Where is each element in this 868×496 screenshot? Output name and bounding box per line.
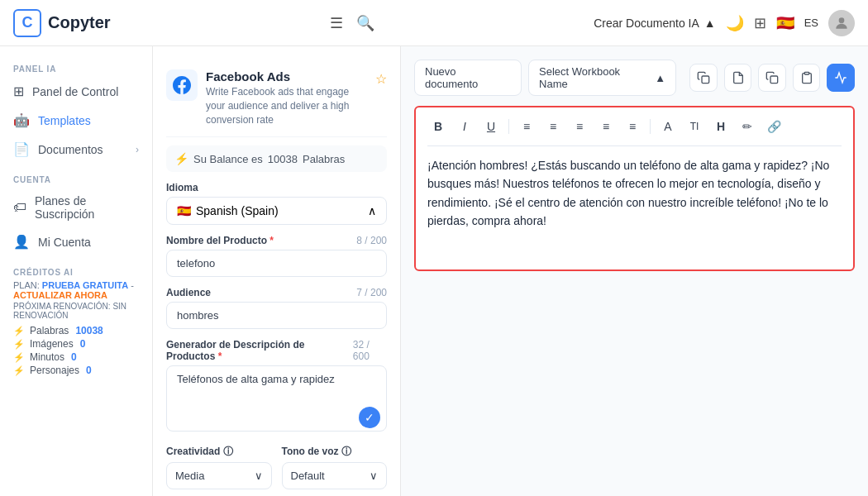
sidebar: PANEL IA ⊞ Panel de Control 🤖 Templates … bbox=[0, 46, 153, 496]
sidebar-item-panel-control[interactable]: ⊞ Panel de Control bbox=[0, 77, 152, 106]
account-icon: 👤 bbox=[13, 234, 30, 250]
workbook-button[interactable]: Select Workbook Name ▲ bbox=[528, 60, 676, 96]
logo: C Copyter bbox=[13, 9, 111, 37]
format-align-center[interactable]: ≡ bbox=[542, 116, 564, 137]
template-icon: 🤖 bbox=[13, 112, 30, 128]
personajes-value: 0 bbox=[86, 365, 92, 376]
format-text-style[interactable]: TI bbox=[684, 116, 705, 137]
form-generador: Generador de Descripción de Productos * … bbox=[166, 339, 387, 435]
credit-palabras: ⚡ Palabras 10038 bbox=[13, 325, 139, 336]
balance-text-prefix: Su Balance es bbox=[193, 153, 263, 165]
audience-input[interactable] bbox=[166, 302, 387, 329]
sidebar-section-cuenta: CUENTA bbox=[0, 170, 152, 188]
credits-label: CRÉDITOS AI bbox=[13, 268, 139, 280]
user-avatar[interactable] bbox=[828, 10, 855, 36]
favorite-icon[interactable]: ☆ bbox=[375, 71, 387, 87]
lang-value: Spanish (Spain) bbox=[196, 204, 279, 217]
language-label: ES bbox=[804, 17, 818, 29]
plan-prefix: PLAN: bbox=[13, 280, 40, 290]
sidebar-item-documentos[interactable]: 📄 Documentos › bbox=[0, 135, 152, 164]
chevron-up-icon: ▲ bbox=[704, 17, 716, 30]
tono-select[interactable]: Default ∨ bbox=[282, 462, 388, 489]
facebook-icon bbox=[166, 69, 198, 101]
idioma-select[interactable]: 🇪🇸 Spanish (Spain) ∧ bbox=[166, 197, 387, 225]
docs-icon: 📄 bbox=[13, 141, 30, 157]
doc-name-button[interactable]: Nuevo documento bbox=[414, 60, 522, 96]
format-link[interactable]: 🔗 bbox=[763, 116, 785, 137]
template-desc: Write Facebook ads that engage your audi… bbox=[206, 85, 367, 126]
sidebar-item-planes[interactable]: 🏷 Planes de Suscripción bbox=[0, 188, 152, 227]
menu-icon[interactable]: ☰ bbox=[330, 14, 343, 32]
svg-point-0 bbox=[839, 17, 845, 23]
product-char-count: 8 / 200 bbox=[356, 235, 387, 246]
format-underline[interactable]: U bbox=[480, 116, 502, 137]
format-bar: B I U ≡ ≡ ≡ ≡ ≡ A TI H ✏ 🔗 bbox=[427, 116, 842, 146]
imagenes-icon: ⚡ bbox=[13, 339, 25, 350]
product-label: Nombre del Producto * 8 / 200 bbox=[166, 235, 387, 246]
audience-char-count: 7 / 200 bbox=[356, 287, 387, 298]
plan-info: PLAN: PRUEBA GRATUITA - ACTUALIZAR AHORA bbox=[13, 280, 139, 300]
sidebar-item-templates[interactable]: 🤖 Templates bbox=[0, 106, 152, 135]
workbook-label: Select Workbook Name bbox=[539, 65, 650, 90]
toolbar-btn-3[interactable] bbox=[758, 64, 786, 92]
minutos-icon: ⚡ bbox=[13, 352, 25, 363]
dark-mode-icon[interactable]: 🌙 bbox=[726, 14, 744, 32]
chevron-down-icon: ∨ bbox=[255, 470, 263, 482]
plan-free-link[interactable]: PRUEBA GRATUITA bbox=[42, 280, 128, 290]
sidebar-label-docs: Documentos bbox=[38, 143, 103, 156]
format-bold[interactable]: B bbox=[427, 116, 449, 137]
chevron-down-icon: ∨ bbox=[370, 470, 378, 482]
toolbar-btn-4[interactable] bbox=[793, 64, 821, 92]
sidebar-label-templates: Templates bbox=[38, 114, 91, 127]
toolbar-btn-1[interactable] bbox=[689, 64, 718, 92]
app-header: C Copyter ☰ 🔍 Crear Documento IA ▲ 🌙 ⊞ 🇪… bbox=[0, 0, 868, 46]
imagenes-label: Imágenes bbox=[30, 338, 74, 350]
main-layout: PANEL IA ⊞ Panel de Control 🤖 Templates … bbox=[0, 46, 868, 496]
format-italic[interactable]: I bbox=[454, 116, 475, 137]
format-align-left[interactable]: ≡ bbox=[516, 116, 537, 137]
sidebar-item-mi-cuenta[interactable]: 👤 Mi Cuenta bbox=[0, 227, 152, 256]
plan-update-link[interactable]: ACTUALIZAR AHORA bbox=[13, 290, 107, 300]
palabras-value: 10038 bbox=[75, 325, 103, 336]
format-pen[interactable]: ✏ bbox=[737, 116, 758, 137]
search-icon[interactable]: 🔍 bbox=[356, 14, 374, 32]
crear-label: Crear Documento IA bbox=[594, 17, 699, 30]
credit-imagenes: ⚡ Imágenes 0 bbox=[13, 338, 139, 350]
toolbar-btn-2[interactable] bbox=[724, 64, 752, 92]
svg-rect-3 bbox=[804, 72, 808, 74]
form-idioma: Idioma 🇪🇸 Spanish (Spain) ∧ bbox=[166, 182, 387, 225]
form-creatividad: Creatividad ⓘ Media ∨ bbox=[166, 445, 272, 489]
logo-icon: C bbox=[13, 9, 41, 37]
chevron-right-icon: › bbox=[136, 144, 139, 155]
format-color[interactable]: A bbox=[657, 116, 679, 137]
planes-icon: 🏷 bbox=[13, 200, 26, 215]
renovacion-label: PRÓXIMA RENOVACIÓN: SIN RENOVACIÓN bbox=[13, 302, 139, 320]
editor-content[interactable]: ¡Atención hombres! ¿Estás buscando un te… bbox=[427, 146, 842, 231]
idioma-label: Idioma bbox=[166, 182, 387, 193]
format-list[interactable]: ≡ bbox=[622, 116, 643, 137]
app-name: Copyter bbox=[48, 13, 111, 32]
grid-icon: ⊞ bbox=[13, 83, 24, 99]
balance-unit: Palabras bbox=[303, 153, 345, 165]
lightning-icon: ⚡ bbox=[174, 152, 188, 165]
plan-sep: - bbox=[131, 280, 134, 290]
format-heading[interactable]: H bbox=[710, 116, 732, 137]
expand-icon[interactable]: ⊞ bbox=[754, 14, 766, 32]
sidebar-label-panel: Panel de Control bbox=[32, 85, 118, 98]
minutos-label: Minutos bbox=[30, 351, 64, 363]
lang-flag: 🇪🇸 bbox=[177, 204, 191, 217]
template-title: Facebook Ads bbox=[206, 69, 367, 83]
toolbar-btn-active[interactable] bbox=[827, 64, 855, 92]
creatividad-select[interactable]: Media ∨ bbox=[166, 462, 272, 489]
editor-box: B I U ≡ ≡ ≡ ≡ ≡ A TI H ✏ 🔗 ¡Atención hom… bbox=[414, 106, 855, 271]
product-input[interactable] bbox=[166, 250, 387, 277]
generador-textarea[interactable]: Teléfonos de alta gama y rapidez bbox=[166, 365, 387, 432]
format-align-right[interactable]: ≡ bbox=[569, 116, 590, 137]
crear-documento-button[interactable]: Crear Documento IA ▲ bbox=[594, 17, 715, 30]
credits-section: CRÉDITOS AI PLAN: PRUEBA GRATUITA - ACTU… bbox=[0, 260, 152, 386]
sidebar-label-planes: Planes de Suscripción bbox=[35, 194, 139, 221]
format-justify[interactable]: ≡ bbox=[595, 116, 617, 137]
creatividad-value: Media bbox=[175, 470, 204, 482]
personajes-icon: ⚡ bbox=[13, 365, 25, 376]
form-tono: Tono de voz ⓘ Default ∨ bbox=[282, 445, 388, 489]
